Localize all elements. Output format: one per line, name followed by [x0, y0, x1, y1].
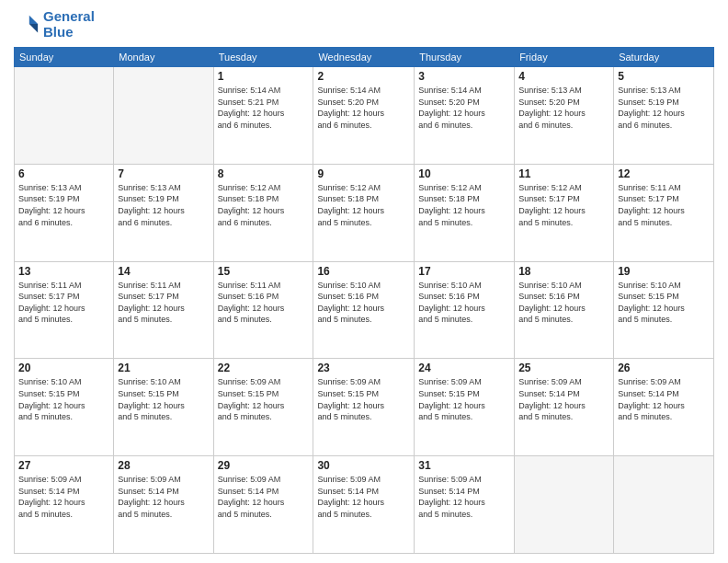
day-info: Sunrise: 5:09 AM Sunset: 5:15 PM Dayligh… — [218, 376, 310, 422]
day-number: 18 — [518, 265, 609, 278]
day-info: Sunrise: 5:11 AM Sunset: 5:16 PM Dayligh… — [218, 280, 310, 326]
calendar-cell: 17Sunrise: 5:10 AM Sunset: 5:16 PM Dayli… — [415, 261, 515, 359]
calendar-cell: 29Sunrise: 5:09 AM Sunset: 5:14 PM Dayli… — [213, 456, 313, 554]
day-info: Sunrise: 5:10 AM Sunset: 5:16 PM Dayligh… — [317, 280, 410, 326]
calendar-cell: 23Sunrise: 5:09 AM Sunset: 5:15 PM Dayli… — [313, 359, 415, 456]
day-number: 27 — [18, 459, 109, 472]
day-info: Sunrise: 5:09 AM Sunset: 5:14 PM Dayligh… — [317, 474, 410, 520]
day-number: 29 — [218, 459, 310, 472]
weekday-header: Friday — [515, 48, 614, 67]
day-number: 20 — [18, 362, 109, 374]
calendar-cell: 1Sunrise: 5:14 AM Sunset: 5:21 PM Daylig… — [213, 67, 313, 165]
day-info: Sunrise: 5:14 AM Sunset: 5:20 PM Dayligh… — [317, 85, 410, 131]
day-number: 17 — [418, 265, 510, 278]
day-info: Sunrise: 5:09 AM Sunset: 5:14 PM Dayligh… — [218, 474, 310, 520]
logo-icon — [14, 12, 40, 38]
day-number: 30 — [317, 459, 410, 472]
calendar-cell: 28Sunrise: 5:09 AM Sunset: 5:14 PM Dayli… — [114, 456, 213, 554]
calendar-cell: 26Sunrise: 5:09 AM Sunset: 5:14 PM Dayli… — [614, 359, 714, 456]
calendar-cell — [114, 67, 213, 165]
calendar-cell — [515, 456, 614, 554]
day-number: 26 — [618, 362, 710, 374]
day-number: 12 — [618, 167, 710, 180]
day-number: 16 — [317, 265, 410, 278]
day-number: 19 — [618, 265, 710, 278]
calendar-week-row: 1Sunrise: 5:14 AM Sunset: 5:21 PM Daylig… — [15, 67, 714, 165]
day-number: 25 — [518, 362, 609, 374]
header: General Blue — [14, 9, 714, 40]
day-info: Sunrise: 5:10 AM Sunset: 5:15 PM Dayligh… — [18, 376, 109, 422]
day-info: Sunrise: 5:10 AM Sunset: 5:16 PM Dayligh… — [518, 280, 609, 326]
page: General Blue SundayMondayTuesdayWednesda… — [0, 0, 728, 563]
day-info: Sunrise: 5:13 AM Sunset: 5:19 PM Dayligh… — [18, 182, 109, 228]
weekday-header: Wednesday — [313, 48, 415, 67]
day-info: Sunrise: 5:09 AM Sunset: 5:15 PM Dayligh… — [317, 376, 410, 422]
calendar-cell: 27Sunrise: 5:09 AM Sunset: 5:14 PM Dayli… — [15, 456, 114, 554]
day-number: 7 — [118, 167, 209, 180]
day-number: 11 — [518, 167, 609, 180]
day-info: Sunrise: 5:10 AM Sunset: 5:16 PM Dayligh… — [418, 280, 510, 326]
calendar-cell: 7Sunrise: 5:13 AM Sunset: 5:19 PM Daylig… — [114, 164, 213, 261]
calendar-cell: 15Sunrise: 5:11 AM Sunset: 5:16 PM Dayli… — [213, 261, 313, 359]
day-number: 22 — [218, 362, 310, 374]
day-info: Sunrise: 5:10 AM Sunset: 5:15 PM Dayligh… — [118, 376, 209, 422]
day-info: Sunrise: 5:14 AM Sunset: 5:20 PM Dayligh… — [418, 85, 510, 131]
day-number: 2 — [317, 70, 410, 83]
weekday-header: Monday — [114, 48, 213, 67]
day-info: Sunrise: 5:13 AM Sunset: 5:19 PM Dayligh… — [618, 85, 710, 131]
calendar-cell: 8Sunrise: 5:12 AM Sunset: 5:18 PM Daylig… — [213, 164, 313, 261]
calendar-cell: 4Sunrise: 5:13 AM Sunset: 5:20 PM Daylig… — [515, 67, 614, 165]
day-info: Sunrise: 5:11 AM Sunset: 5:17 PM Dayligh… — [18, 280, 109, 326]
logo-text: General Blue — [43, 9, 95, 40]
day-info: Sunrise: 5:13 AM Sunset: 5:19 PM Dayligh… — [118, 182, 209, 228]
weekday-header: Thursday — [415, 48, 515, 67]
day-number: 24 — [418, 362, 510, 374]
day-info: Sunrise: 5:09 AM Sunset: 5:14 PM Dayligh… — [518, 376, 609, 422]
calendar-cell: 12Sunrise: 5:11 AM Sunset: 5:17 PM Dayli… — [614, 164, 714, 261]
calendar-cell — [15, 67, 114, 165]
calendar-cell: 13Sunrise: 5:11 AM Sunset: 5:17 PM Dayli… — [15, 261, 114, 359]
day-info: Sunrise: 5:12 AM Sunset: 5:18 PM Dayligh… — [317, 182, 410, 228]
calendar-cell: 20Sunrise: 5:10 AM Sunset: 5:15 PM Dayli… — [15, 359, 114, 456]
day-number: 21 — [118, 362, 209, 374]
calendar-cell: 9Sunrise: 5:12 AM Sunset: 5:18 PM Daylig… — [313, 164, 415, 261]
day-info: Sunrise: 5:09 AM Sunset: 5:14 PM Dayligh… — [418, 474, 510, 520]
day-info: Sunrise: 5:13 AM Sunset: 5:20 PM Dayligh… — [518, 85, 609, 131]
calendar-week-row: 27Sunrise: 5:09 AM Sunset: 5:14 PM Dayli… — [15, 456, 714, 554]
logo: General Blue — [14, 9, 95, 40]
weekday-header: Tuesday — [213, 48, 313, 67]
calendar-cell: 24Sunrise: 5:09 AM Sunset: 5:15 PM Dayli… — [415, 359, 515, 456]
calendar-cell: 18Sunrise: 5:10 AM Sunset: 5:16 PM Dayli… — [515, 261, 614, 359]
day-info: Sunrise: 5:14 AM Sunset: 5:21 PM Dayligh… — [218, 85, 310, 131]
calendar-cell: 5Sunrise: 5:13 AM Sunset: 5:19 PM Daylig… — [614, 67, 714, 165]
day-number: 6 — [18, 167, 109, 180]
calendar-week-row: 6Sunrise: 5:13 AM Sunset: 5:19 PM Daylig… — [15, 164, 714, 261]
day-number: 4 — [518, 70, 609, 83]
calendar-cell: 10Sunrise: 5:12 AM Sunset: 5:18 PM Dayli… — [415, 164, 515, 261]
day-number: 1 — [218, 70, 310, 83]
day-info: Sunrise: 5:12 AM Sunset: 5:17 PM Dayligh… — [518, 182, 609, 228]
calendar-cell: 2Sunrise: 5:14 AM Sunset: 5:20 PM Daylig… — [313, 67, 415, 165]
day-info: Sunrise: 5:09 AM Sunset: 5:14 PM Dayligh… — [18, 474, 109, 520]
calendar-cell: 30Sunrise: 5:09 AM Sunset: 5:14 PM Dayli… — [313, 456, 415, 554]
day-info: Sunrise: 5:10 AM Sunset: 5:15 PM Dayligh… — [618, 280, 710, 326]
day-number: 31 — [418, 459, 510, 472]
svg-marker-1 — [29, 24, 38, 32]
day-number: 15 — [218, 265, 310, 278]
day-info: Sunrise: 5:12 AM Sunset: 5:18 PM Dayligh… — [218, 182, 310, 228]
calendar-week-row: 13Sunrise: 5:11 AM Sunset: 5:17 PM Dayli… — [15, 261, 714, 359]
day-number: 28 — [118, 459, 209, 472]
weekday-header: Sunday — [15, 48, 114, 67]
calendar-cell: 22Sunrise: 5:09 AM Sunset: 5:15 PM Dayli… — [213, 359, 313, 456]
calendar-cell: 25Sunrise: 5:09 AM Sunset: 5:14 PM Dayli… — [515, 359, 614, 456]
day-info: Sunrise: 5:09 AM Sunset: 5:14 PM Dayligh… — [618, 376, 710, 422]
day-number: 9 — [317, 167, 410, 180]
calendar-cell: 16Sunrise: 5:10 AM Sunset: 5:16 PM Dayli… — [313, 261, 415, 359]
calendar-cell: 31Sunrise: 5:09 AM Sunset: 5:14 PM Dayli… — [415, 456, 515, 554]
calendar-week-row: 20Sunrise: 5:10 AM Sunset: 5:15 PM Dayli… — [15, 359, 714, 456]
calendar-cell: 3Sunrise: 5:14 AM Sunset: 5:20 PM Daylig… — [415, 67, 515, 165]
calendar-header-row: SundayMondayTuesdayWednesdayThursdayFrid… — [15, 48, 714, 67]
day-number: 3 — [418, 70, 510, 83]
weekday-header: Saturday — [614, 48, 714, 67]
day-info: Sunrise: 5:11 AM Sunset: 5:17 PM Dayligh… — [118, 280, 209, 326]
